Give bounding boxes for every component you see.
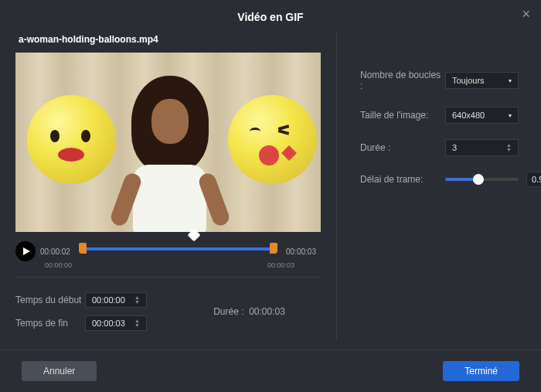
frame-delay-label: Délai de trame: xyxy=(360,174,445,185)
start-time-label: Temps du début xyxy=(15,295,85,305)
chevron-down-icon: ▾ xyxy=(509,77,512,84)
balloon-right xyxy=(228,95,317,184)
done-button[interactable]: Terminé xyxy=(443,361,519,381)
spinner-icon[interactable]: ▲▼ xyxy=(506,143,512,152)
frame-delay-slider[interactable] xyxy=(445,178,519,181)
dialog-footer: Annuler Terminé xyxy=(0,349,541,392)
close-icon[interactable]: × xyxy=(522,6,530,22)
frame-delay-input[interactable]: 0.50 ▲▼ xyxy=(526,172,541,187)
end-time-label: Temps de fin xyxy=(15,318,85,329)
loops-label: Nombre de boucles : xyxy=(360,70,445,91)
end-time-input[interactable]: 00:00:03 ▲▼ xyxy=(85,315,147,331)
image-size-select[interactable]: 640x480 ▾ xyxy=(445,107,519,124)
trim-range[interactable] xyxy=(79,240,277,263)
image-size-label: Taille de l'image: xyxy=(360,110,445,121)
dialog-title: Vidéo en GIF xyxy=(0,11,541,23)
chevron-down-icon: ▾ xyxy=(509,112,512,119)
file-name: a-woman-holding-balloons.mp4 xyxy=(15,31,321,53)
start-time-input[interactable]: 00:00:00 ▲▼ xyxy=(85,292,147,308)
axis-start: 00:00:00 xyxy=(45,261,72,269)
spinner-icon[interactable]: ▲▼ xyxy=(134,295,140,305)
cancel-button[interactable]: Annuler xyxy=(22,361,97,381)
balloon-left xyxy=(27,95,116,184)
dialog-header: Vidéo en GIF × xyxy=(0,0,541,31)
video-preview[interactable] xyxy=(15,53,321,232)
trim-start-handle[interactable] xyxy=(79,243,87,254)
duration-label: Durée : xyxy=(213,306,243,317)
duration-value: 00:00:03 xyxy=(249,306,285,317)
opt-duration-label: Durée : xyxy=(360,142,445,153)
options-panel: Nombre de boucles : Toujours ▾ Taille de… xyxy=(336,31,541,340)
time-current: 00:00:02 xyxy=(40,247,74,256)
spinner-icon[interactable]: ▲▼ xyxy=(134,319,140,328)
slider-thumb[interactable] xyxy=(473,174,484,185)
play-button[interactable] xyxy=(15,241,36,261)
preview-panel: a-woman-holding-balloons.mp4 00:0 xyxy=(15,31,321,340)
opt-duration-input[interactable]: 3 ▲▼ xyxy=(445,139,519,156)
time-end: 00:00:03 xyxy=(282,247,316,256)
trim-end-handle[interactable] xyxy=(270,243,277,254)
loops-select[interactable]: Toujours ▾ xyxy=(445,72,519,89)
play-icon xyxy=(23,247,30,255)
person xyxy=(124,72,216,227)
